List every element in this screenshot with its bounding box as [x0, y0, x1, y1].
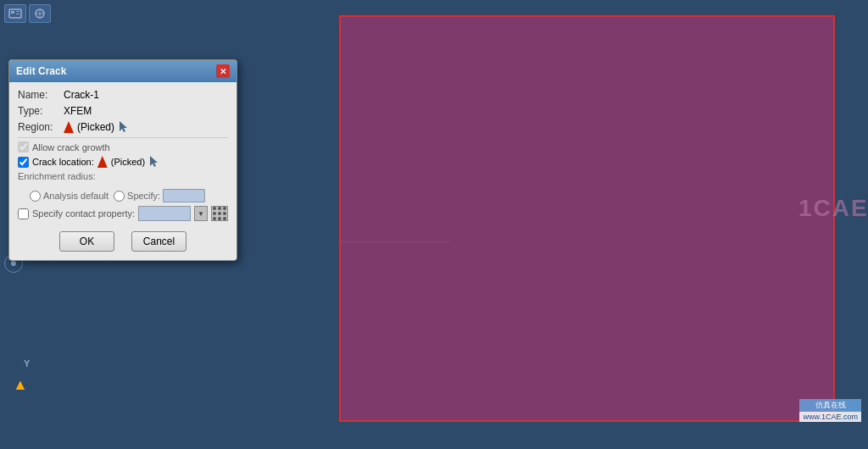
- radio-analysis-default-label: Analysis default: [43, 191, 108, 201]
- y-axis-label: Y: [24, 358, 30, 369]
- allow-crack-growth-row: Allow crack growth: [18, 141, 228, 152]
- button-row: OK Cancel: [18, 228, 228, 253]
- type-row: Type: XFEM: [18, 105, 228, 117]
- dialog-title: Edit Crack: [16, 65, 66, 77]
- cancel-button[interactable]: Cancel: [131, 231, 186, 252]
- radio-analysis-default-input[interactable]: [30, 191, 41, 202]
- close-button[interactable]: ✕: [216, 64, 230, 78]
- svg-rect-1: [11, 11, 14, 14]
- crack-line: [339, 241, 449, 242]
- name-label: Name:: [18, 89, 60, 101]
- type-value: XFEM: [64, 105, 92, 117]
- region-picked: (Picked): [77, 121, 114, 133]
- svg-marker-7: [120, 121, 127, 132]
- region-label: Region:: [18, 121, 60, 133]
- svg-rect-2: [16, 11, 19, 12]
- crack-location-cursor-icon: [148, 156, 159, 168]
- toolbar-icon-2[interactable]: [29, 4, 51, 23]
- divider-1: [18, 137, 228, 138]
- logo-line1: 仿真在线: [799, 399, 861, 412]
- model-canvas: 1CAE.COM: [339, 15, 835, 422]
- contact-grid-button[interactable]: [211, 206, 228, 221]
- contact-dropdown[interactable]: ▼: [194, 206, 208, 221]
- viewport: 1CAE.COM Y ▲ 仿真在线 www.1CAE.com Edit Crac…: [0, 0, 868, 449]
- svg-rect-3: [16, 14, 19, 14]
- radio-analysis-default: Analysis default: [30, 191, 108, 202]
- name-row: Name: Crack-1: [18, 89, 228, 101]
- radio-specify: Specify:: [114, 189, 205, 202]
- region-icon: [64, 121, 74, 133]
- crack-location-picked: (Picked): [111, 157, 145, 167]
- contact-checkbox[interactable]: [18, 208, 29, 219]
- allow-crack-growth-label: Allow crack growth: [32, 142, 110, 152]
- dialog-body: Name: Crack-1 Type: XFEM Region: (Picked…: [9, 82, 236, 260]
- watermark: 1CAE.COM: [798, 195, 868, 222]
- enrichment-label-row: Enrichment radius:: [18, 171, 228, 185]
- crack-location-row: Crack location: (Picked): [18, 156, 228, 168]
- dialog-titlebar[interactable]: Edit Crack ✕: [9, 60, 236, 82]
- enrichment-label: Enrichment radius:: [18, 171, 96, 181]
- crack-location-icon: [97, 156, 108, 168]
- edit-crack-dialog: Edit Crack ✕ Name: Crack-1 Type: XFEM Re…: [8, 59, 237, 261]
- type-label: Type:: [18, 105, 60, 117]
- region-cursor-icon: [118, 121, 128, 133]
- bottom-logo: 仿真在线 www.1CAE.com: [799, 399, 861, 422]
- radio-specify-input[interactable]: [114, 191, 125, 202]
- crack-location-checkbox[interactable]: [18, 157, 29, 168]
- toolbar-icon-1[interactable]: [4, 4, 26, 23]
- contact-label: Specify contact property:: [32, 208, 135, 219]
- allow-crack-growth-checkbox[interactable]: [18, 141, 29, 152]
- radio-specify-label: Specify:: [127, 191, 160, 201]
- crack-location-label: Crack location:: [32, 157, 94, 167]
- contact-row: Specify contact property: ▼: [18, 206, 228, 221]
- specify-input[interactable]: [163, 189, 205, 202]
- region-row: Region: (Picked): [18, 121, 228, 133]
- ok-button[interactable]: OK: [59, 231, 114, 252]
- radio-row: Analysis default Specify:: [18, 189, 228, 202]
- y-axis-arrow: ▲: [13, 376, 28, 394]
- top-toolbar: [4, 4, 51, 23]
- svg-marker-8: [150, 156, 158, 167]
- contact-input[interactable]: [138, 206, 191, 221]
- name-value: Crack-1: [64, 89, 99, 101]
- logo-line2: www.1CAE.com: [799, 412, 861, 422]
